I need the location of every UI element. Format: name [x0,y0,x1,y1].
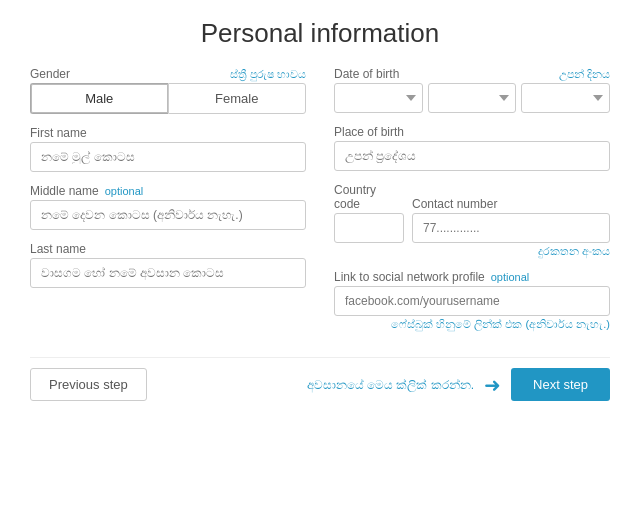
dob-hint: උපන් දිනය [559,68,610,81]
page-title: Personal information [30,18,610,49]
social-link-optional: optional [491,271,530,283]
form-grid: Gender ස්ත්‍රී පුරුෂ භාවය Male Female Fi… [30,67,610,343]
contact-number-input[interactable] [412,213,610,243]
middle-name-field-group: Middle name optional [30,184,306,230]
country-code-label: Country code [334,183,404,211]
first-name-label: First name [30,126,306,140]
contact-hint: දුරකතන අංකය [334,245,610,258]
gender-hint: ස්ත්‍රී පුරුෂ භාවය [230,68,306,81]
prev-step-button[interactable]: Previous step [30,368,147,401]
last-name-input[interactable] [30,258,306,288]
place-of-birth-field-group: Place of birth [334,125,610,171]
dob-day-select[interactable] [334,83,423,113]
social-link-label: Link to social network profile optional [334,270,610,284]
social-link-field-group: Link to social network profile optional … [334,270,610,331]
dob-label: Date of birth උපන් දිනය [334,67,610,81]
dob-field-group: Date of birth උපන් දිනය [334,67,610,113]
place-of-birth-label: Place of birth [334,125,610,139]
contact-number-label: Contact number [412,197,610,211]
dob-label-text: Date of birth [334,67,399,81]
next-step-button[interactable]: Next step [511,368,610,401]
country-code-label-text: Country code [334,183,404,211]
gender-label-text: Gender [30,67,70,81]
first-name-label-text: First name [30,126,87,140]
gender-female-button[interactable]: Female [168,83,307,114]
middle-name-label: Middle name optional [30,184,306,198]
social-link-label-text: Link to social network profile [334,270,485,284]
middle-name-label-text: Middle name [30,184,99,198]
first-name-input[interactable] [30,142,306,172]
country-code-input[interactable]: 94 [334,213,404,243]
place-of-birth-label-text: Place of birth [334,125,404,139]
gender-field-group: Gender ස්ත්‍රී පුරුෂ භාවය Male Female [30,67,306,114]
first-name-field-group: First name [30,126,306,172]
contact-number-label-text: Contact number [412,197,497,211]
social-link-input[interactable] [334,286,610,316]
middle-name-input[interactable] [30,200,306,230]
next-arrow-icon: ➜ [484,373,501,397]
footer: Previous step අවසානයේ මෙය ක්ලික් කරන්න. … [30,357,610,401]
contact-field-group: Country code 94 Contact number දුරකතන අං… [334,183,610,258]
place-of-birth-input[interactable] [334,141,610,171]
last-name-label: Last name [30,242,306,256]
gender-male-button[interactable]: Male [30,83,168,114]
country-code-group: Country code 94 [334,183,404,243]
middle-name-optional: optional [105,185,144,197]
gender-label: Gender ස්ත්‍රී පුරුෂ භාවය [30,67,306,81]
next-hint-text: අවසානයේ මෙය ක්ලික් කරන්න. [307,378,474,392]
dob-year-select[interactable] [521,83,610,113]
next-area: අවසානයේ මෙය ක්ලික් කරන්න. ➜ Next step [307,368,610,401]
social-link-hint: ෆේස්බුක් හිනුමේ ලින්ක් එක (අනිවාර්ය නැහැ… [334,318,610,331]
last-name-field-group: Last name [30,242,306,288]
contact-number-group: Contact number [412,197,610,243]
dob-row [334,83,610,113]
gender-toggle: Male Female [30,83,306,114]
last-name-label-text: Last name [30,242,86,256]
dob-month-select[interactable] [428,83,517,113]
